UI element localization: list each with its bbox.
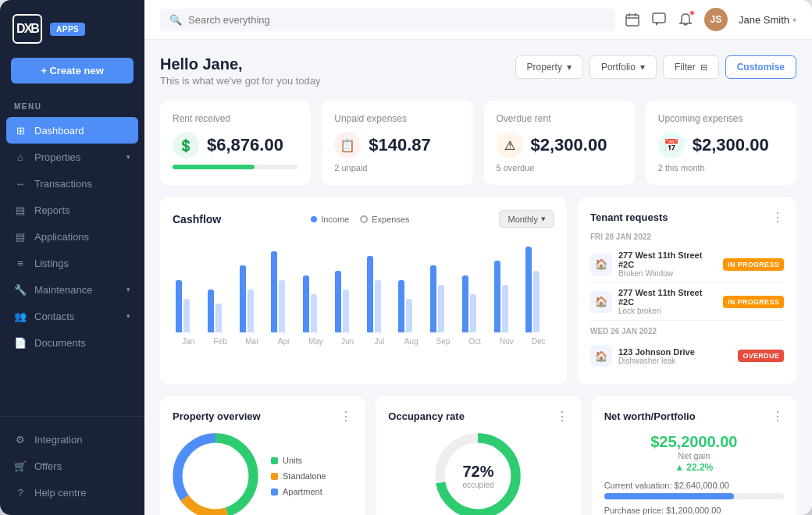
sidebar-item-applications[interactable]: ▤ Applications <box>0 223 144 250</box>
more-options-icon[interactable]: ⋮ <box>771 409 784 424</box>
chart-month-label: Dec <box>522 337 554 346</box>
metric-value-row: 📅 $2,300.00 <box>658 132 784 158</box>
chart-month-label: Nov <box>491 337 523 346</box>
avatar: JS <box>704 8 728 31</box>
create-new-button[interactable]: + Create new <box>11 58 134 83</box>
metric-sub: 5 overdue <box>497 163 622 172</box>
request-description: Broken Window <box>618 269 717 278</box>
property-dropdown[interactable]: Property ▾ <box>515 55 583 79</box>
sidebar-item-help[interactable]: ? Help centre <box>0 479 144 506</box>
chart-bar-group <box>303 275 329 332</box>
net-gain: $25,2000.00 Net gain ▲ 22.2% <box>604 433 784 473</box>
expense-bar <box>502 285 508 332</box>
maintenance-request-icon: 🏠 <box>590 254 612 275</box>
chart-month-label: Oct <box>459 337 491 346</box>
expense-bar <box>343 289 349 332</box>
metric-label: Overdue rent <box>497 113 622 124</box>
occupancy-content: 72% occupied <box>388 433 568 515</box>
sidebar-item-properties[interactable]: ⌂ Properties ▾ <box>0 144 144 170</box>
dashboard-header: Hello Jane, This is what we've got for y… <box>160 55 796 87</box>
sidebar-item-maintenance[interactable]: 🔧 Maintenance ▾ <box>0 276 144 303</box>
request-info: 123 Johnson Drive Dishwasher leak <box>618 347 732 365</box>
filter-button[interactable]: Filter ⊟ <box>663 55 719 79</box>
customise-button[interactable]: Customise <box>725 55 796 79</box>
more-options-icon[interactable]: ⋮ <box>556 409 568 424</box>
bottom-row: Property overview ⋮ <box>160 396 796 515</box>
chart-bar-group <box>525 247 551 332</box>
metric-card-overdue: Overdue rent ⚠ $2,300.00 5 overdue <box>484 101 635 185</box>
income-bar <box>367 256 373 332</box>
progress-bar <box>173 165 298 169</box>
cashflow-card: Cashflow Income Expenses <box>160 197 567 384</box>
chart-bar-group <box>398 280 424 332</box>
income-bar <box>462 275 468 332</box>
integration-icon: ⚙ <box>14 433 27 446</box>
progress-fill <box>173 165 255 169</box>
status-badge: OVERDUE <box>738 350 784 362</box>
help-icon: ? <box>14 486 27 499</box>
current-valuation-label: Current valuation: $2,640,000.00 <box>604 481 784 490</box>
period-dropdown[interactable]: Monthly ▾ <box>499 210 554 228</box>
expenses-legend: Expenses <box>360 215 409 224</box>
portfolio-dropdown[interactable]: Portfolio ▾ <box>589 55 657 79</box>
income-bar <box>525 247 532 332</box>
sidebar-item-offers[interactable]: 🛒 Offers <box>0 453 144 479</box>
chart-bar-group <box>240 265 265 332</box>
bottom-card-header: Net worth/Portfolio ⋮ <box>604 409 784 424</box>
sidebar-item-label: Dashboard <box>34 125 84 137</box>
chat-icon[interactable] <box>651 12 667 27</box>
metric-label: Upcoming expenses <box>658 113 784 124</box>
reports-icon: ▤ <box>14 204 27 216</box>
sidebar-item-dashboard[interactable]: ⊞ Dashboard <box>6 117 138 144</box>
current-valuation-fill <box>604 493 734 499</box>
calendar-icon[interactable] <box>625 12 640 27</box>
dashboard: Hello Jane, This is what we've got for y… <box>144 40 812 515</box>
main-content: 🔍 JS Jane Smith ▾ <box>144 0 812 515</box>
income-legend: Income <box>311 215 349 224</box>
search-box[interactable]: 🔍 <box>160 9 615 31</box>
user-name[interactable]: Jane Smith ▾ <box>739 14 796 26</box>
search-input[interactable] <box>188 14 606 26</box>
tenant-title: Tenant requests <box>590 211 668 223</box>
apartment-color <box>271 488 278 495</box>
purchase-price-label: Purchase price: $1,200,000.00 <box>604 506 784 515</box>
expense-bar <box>311 294 317 332</box>
units-color <box>271 457 278 464</box>
middle-row: Cashflow Income Expenses <box>160 197 796 384</box>
maintenance-request-icon: 🏠 <box>590 345 612 367</box>
more-options-icon[interactable]: ⋮ <box>771 210 784 225</box>
tenant-requests-card: Tenant requests ⋮ FRI 28 JAN 2022 🏠 277 … <box>578 197 796 384</box>
notification-icon[interactable] <box>678 12 693 27</box>
property-overview-title: Property overview <box>173 410 261 422</box>
sidebar-item-transactions[interactable]: ↔ Transactions <box>0 170 144 197</box>
chevron-down-icon: ▾ <box>541 214 546 224</box>
chart-month-label: Apr <box>268 337 300 346</box>
sidebar-item-label: Offers <box>34 460 62 472</box>
property-overview-card: Property overview ⋮ <box>160 396 365 515</box>
income-bar <box>430 265 436 332</box>
net-label: Net gain <box>604 451 784 460</box>
notification-badge <box>689 10 695 16</box>
chart-month-label: Jul <box>364 337 396 346</box>
sidebar-item-documents[interactable]: 📄 Documents <box>0 329 144 356</box>
sidebar-item-integration[interactable]: ⚙ Integration <box>0 426 144 453</box>
metric-icon: 📋 <box>334 132 361 158</box>
sidebar: DXB APPS + Create new MENU ⊞ Dashboard ⌂… <box>0 0 144 515</box>
sidebar-item-contacts[interactable]: 👥 Contacts ▾ <box>0 303 144 329</box>
net-worth-title: Net worth/Portfolio <box>604 410 696 422</box>
occupancy-donut: 72% occupied <box>435 433 521 515</box>
sidebar-item-reports[interactable]: ▤ Reports <box>0 197 144 223</box>
logo-icon: DXB <box>12 14 42 44</box>
more-options-icon[interactable]: ⋮ <box>340 409 352 424</box>
greeting-area: Hello Jane, This is what we've got for y… <box>160 55 321 87</box>
listings-icon: ≡ <box>14 257 27 269</box>
sidebar-item-label: Applications <box>34 231 89 243</box>
chart-labels: JanFebMarAprMayJunJulAugSepOctNovDec <box>173 337 554 346</box>
sidebar-item-listings[interactable]: ≡ Listings <box>0 250 144 276</box>
topbar: 🔍 JS Jane Smith ▾ <box>144 0 812 40</box>
current-valuation-track <box>604 493 784 499</box>
standalone-color <box>271 473 278 480</box>
greeting-subtitle: This is what we've got for you today <box>160 75 321 87</box>
chart-bar-group <box>430 265 456 332</box>
metric-amount: $2,300.00 <box>531 135 607 155</box>
